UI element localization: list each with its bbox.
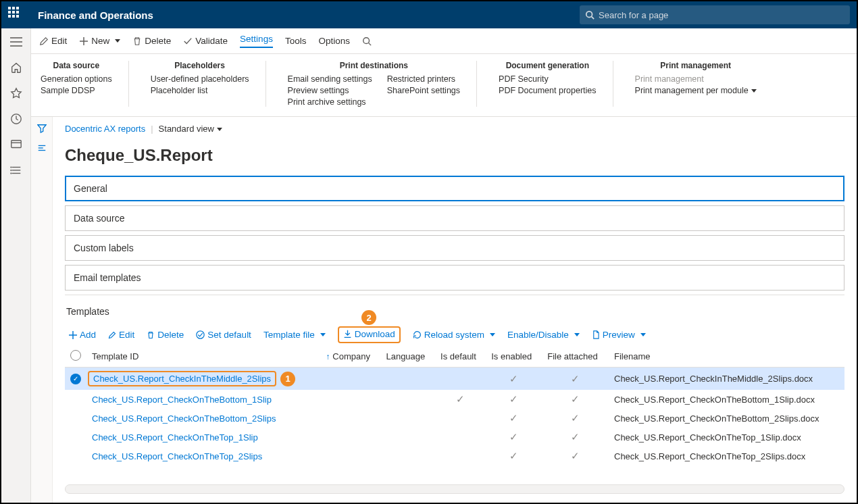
related-info-icon[interactable] xyxy=(37,143,47,155)
tools-tab[interactable]: Tools xyxy=(285,36,307,46)
placeholder-list[interactable]: Placeholder list xyxy=(151,86,249,95)
restricted-printers[interactable]: Restricted printers xyxy=(387,74,460,84)
table-row[interactable]: ✓Check_US.Report_CheckInTheMiddle_2Slips… xyxy=(65,368,844,390)
callout-badge-1: 1 xyxy=(280,372,295,386)
fasttab-general[interactable]: General xyxy=(65,176,844,201)
recent-icon[interactable] xyxy=(9,112,23,126)
cell-is-enabled: ✓ xyxy=(486,447,542,465)
svg-point-12 xyxy=(10,170,11,171)
generation-options[interactable]: Generation options xyxy=(41,74,112,84)
enable-disable-dropdown[interactable]: Enable/Disable xyxy=(507,330,580,340)
ribbon-group-print-management: Print management xyxy=(635,61,757,70)
email-sending-settings[interactable]: Email sending settings xyxy=(288,74,372,84)
sample-ddsp[interactable]: Sample DDSP xyxy=(41,86,112,95)
cell-language xyxy=(380,447,435,465)
cell-company xyxy=(320,390,380,409)
select-all-header[interactable] xyxy=(65,346,86,368)
table-row[interactable]: Check_US.Report_CheckOnTheBottom_2Slips✓… xyxy=(65,409,844,428)
new-button[interactable]: New xyxy=(79,36,120,46)
pencil-icon xyxy=(39,36,49,46)
checkmark-icon: ✓ xyxy=(509,412,518,424)
download-button[interactable]: Download xyxy=(343,329,395,339)
preview-settings[interactable]: Preview settings xyxy=(288,86,372,95)
delete-button[interactable]: Delete xyxy=(132,36,171,46)
app-launcher-icon[interactable] xyxy=(8,7,24,23)
delete-template-button[interactable]: Delete xyxy=(147,330,184,340)
breadcrumb-link[interactable]: Docentric AX reports xyxy=(65,124,145,134)
edit-button[interactable]: Edit xyxy=(39,36,67,46)
print-archive-settings[interactable]: Print archive settings xyxy=(288,97,372,107)
table-row[interactable]: Check_US.Report_CheckOnTheBottom_1Slip✓✓… xyxy=(65,390,844,409)
modules-icon[interactable] xyxy=(9,163,23,177)
search-box[interactable]: Search for a page xyxy=(580,5,850,24)
col-filename[interactable]: Filename xyxy=(609,346,844,368)
sharepoint-settings[interactable]: SharePoint settings xyxy=(387,86,460,95)
home-icon[interactable] xyxy=(9,61,23,74)
template-id-link[interactable]: Check_US.Report_CheckOnTheTop_1Slip xyxy=(92,432,258,443)
star-icon[interactable] xyxy=(9,86,23,100)
add-template-button[interactable]: Add xyxy=(69,330,96,340)
options-tab[interactable]: Options xyxy=(318,36,350,46)
template-id-link[interactable]: Check_US.Report_CheckInTheMiddle_2Slips xyxy=(93,374,271,384)
fasttab-custom-labels[interactable]: Custom labels xyxy=(65,235,844,261)
ribbon-group-print-destinations: Print destinations xyxy=(288,61,460,70)
template-id-link[interactable]: Check_US.Report_CheckOnTheTop_2Slips xyxy=(92,451,262,461)
horizontal-scrollbar[interactable] xyxy=(65,484,844,494)
cell-file-attached: ✓ xyxy=(542,447,609,465)
checkmark-icon: ✓ xyxy=(509,450,518,461)
cell-is-enabled: ✓ xyxy=(486,428,542,447)
checkmark-icon: ✓ xyxy=(571,393,580,405)
table-row[interactable]: Check_US.Report_CheckOnTheTop_2Slips✓✓Ch… xyxy=(65,447,844,465)
col-is-enabled[interactable]: Is enabled xyxy=(486,346,542,368)
cell-language xyxy=(380,409,435,428)
cell-company xyxy=(320,368,380,390)
svg-point-16 xyxy=(363,37,370,43)
ribbon-group-placeholders: Placeholders xyxy=(151,61,249,70)
callout-badge-2: 2 xyxy=(361,310,376,325)
col-company[interactable]: Company xyxy=(320,346,380,368)
svg-line-17 xyxy=(369,43,372,45)
check-icon xyxy=(183,36,193,46)
workspace-icon[interactable] xyxy=(9,138,23,151)
edit-template-button[interactable]: Edit xyxy=(108,330,134,340)
row-select[interactable] xyxy=(65,409,86,428)
hamburger-icon[interactable] xyxy=(9,35,23,49)
preview-dropdown[interactable]: Preview xyxy=(592,330,646,340)
view-selector[interactable]: Standard view xyxy=(159,124,222,134)
checkmark-icon: ✓ xyxy=(571,431,580,443)
template-id-link[interactable]: Check_US.Report_CheckOnTheBottom_2Slips xyxy=(92,413,276,424)
col-is-default[interactable]: Is default xyxy=(435,346,486,368)
svg-line-1 xyxy=(592,17,595,20)
find-button[interactable] xyxy=(362,36,372,46)
ribbon-group-document-generation: Document generation xyxy=(499,61,597,70)
row-select[interactable] xyxy=(65,447,86,465)
reload-system-dropdown[interactable]: Reload system xyxy=(413,330,495,340)
cell-file-attached: ✓ xyxy=(542,390,609,409)
filter-icon[interactable] xyxy=(37,124,47,135)
cell-company xyxy=(320,447,380,465)
fasttab-email-templates[interactable]: Email templates xyxy=(65,265,844,291)
search-icon xyxy=(362,36,372,46)
pdf-security[interactable]: PDF Security xyxy=(499,74,597,84)
col-template-id[interactable]: Template ID xyxy=(86,346,320,368)
row-select[interactable]: ✓ xyxy=(65,368,86,390)
row-select[interactable] xyxy=(65,428,86,447)
cell-is-default xyxy=(435,447,486,465)
print-management-per-module[interactable]: Print management per module xyxy=(635,86,757,95)
col-language[interactable]: Language xyxy=(380,346,435,368)
row-select[interactable] xyxy=(65,390,86,409)
template-file-dropdown[interactable]: Template file xyxy=(263,330,326,340)
pdf-document-properties[interactable]: PDF Document properties xyxy=(499,86,597,95)
fasttab-datasource[interactable]: Data source xyxy=(65,205,844,231)
check-circle-icon xyxy=(196,330,205,339)
validate-button[interactable]: Validate xyxy=(183,36,228,46)
svg-point-13 xyxy=(10,173,11,174)
settings-tab[interactable]: Settings xyxy=(240,34,273,48)
table-row[interactable]: Check_US.Report_CheckOnTheTop_1Slip✓✓Che… xyxy=(65,428,844,447)
set-default-button[interactable]: Set default xyxy=(196,330,251,340)
checkmark-icon: ✓ xyxy=(456,393,465,405)
col-file-attached[interactable]: File attached xyxy=(542,346,609,368)
template-id-link[interactable]: Check_US.Report_CheckOnTheBottom_1Slip xyxy=(92,395,272,405)
user-defined-placeholders[interactable]: User-defined placeholders xyxy=(151,74,249,84)
breadcrumb: Docentric AX reports | Standard view xyxy=(65,124,844,134)
